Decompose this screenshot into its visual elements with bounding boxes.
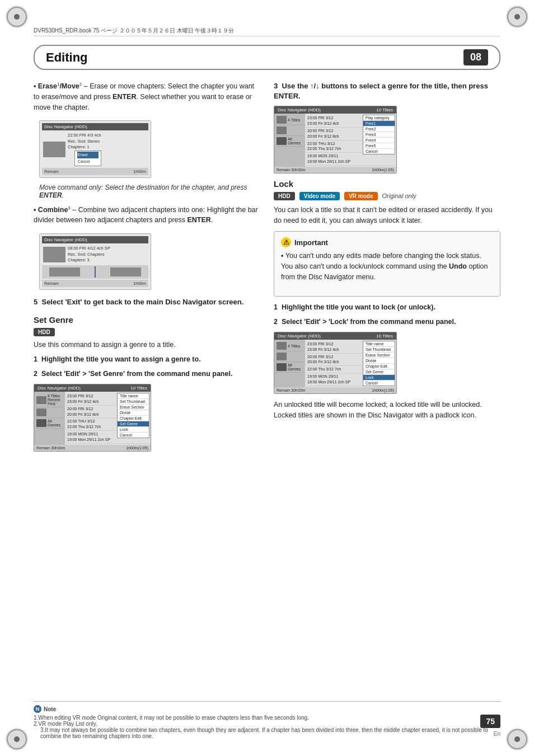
lock-desc: You can lock a title so that it can't be… (274, 205, 500, 226)
ns-main-lock: Title name Set Thumbnail Erase Section D… (305, 340, 396, 387)
ns-genre-item-6: Free5 (363, 143, 395, 149)
ns-sidebar-item-2 (35, 407, 64, 418)
combine-screen: Disc Navigator (HDD) 08:00 FRI 4/12 4ch … (39, 233, 151, 290)
right-column: 3 Use the ↑/↓ buttons to select a genre … (274, 81, 500, 456)
move-enter: ENTER (39, 191, 62, 199)
corner-decoration-tl (6, 6, 28, 28)
main-content: Editing 08 Erase1/Move2 – Erase or move … (34, 45, 500, 711)
top-bar: DVR530HS_RDR.book 75 ページ ２００５年５月２６日 木曜日 … (34, 27, 500, 36)
chapter-header: Editing 08 (34, 45, 500, 70)
ns-sidebar-item-3: All Genres (35, 418, 64, 429)
sm-thumb-2 (43, 247, 65, 262)
top-bar-text: DVR530HS_RDR.book 75 ページ ２００５年５月２６日 木曜日 … (34, 27, 234, 34)
important-bullet: You can't undo any edits made before cha… (281, 251, 493, 282)
combine-item: Combine3 – Combine two adjacent chapters… (34, 205, 260, 226)
ns-menu-item-setgenre: Set Genre (118, 421, 149, 427)
ns-menu-item-lock: Lock (118, 427, 149, 433)
lock-section: Lock HDD Video mode VR mode Original onl… (274, 179, 500, 421)
ns-thumb-l2 (277, 353, 287, 360)
ns-menu-item-divide: Divide (118, 410, 149, 416)
ns-menu-item-thumbnail: Set Thumbnail (118, 399, 149, 405)
ns-sidebar-genre-2 (275, 125, 304, 136)
ns-sidebar-genre-1: 4 Titles (275, 115, 304, 125)
move-italic-end: . (62, 191, 64, 199)
set-genre-step2: 2 Select 'Edit' > 'Set Genre' from the c… (34, 369, 260, 379)
step1-text: Highlight the title you want to assign a… (41, 355, 201, 363)
lock-original-text: Original only (382, 192, 416, 199)
enter-bold: ENTER (113, 93, 136, 101)
two-col-layout: Erase1/Move2 – Erase or move chapters: S… (34, 81, 500, 456)
ns-genre-menu: Play category Free1 Free2 Free3 Free4 Fr… (363, 115, 395, 154)
sm-info-2: 08:00 FRI 4/12 4ch SP Rec. Snd: Chapters… (68, 246, 110, 264)
sm-thumb-1 (43, 142, 65, 157)
lock-step2-num: 2 (274, 318, 282, 326)
lock-video-badge: Video mode (299, 192, 340, 200)
note-label: Note (44, 706, 56, 712)
lock-step1-num: 1 (274, 303, 282, 311)
ns-sidebar-lock-3: All Genres (275, 362, 304, 373)
ns-thumb-g3 (277, 137, 287, 145)
note-1: 1.When editing VR mode Original content,… (34, 715, 500, 721)
ns-header-genre: Disc Navigator (HDD) 10 Titles (274, 106, 396, 114)
ns-thumb-s1 (36, 396, 46, 404)
ns-lock-item-divide: Divide (363, 358, 395, 364)
note-section: N Note 1.When editing VR mode Original c… (34, 701, 500, 739)
ns-main-left: Title name Set Thumbnail Erase Section D… (65, 392, 151, 444)
ns-menu-left: Title name Set Thumbnail Erase Section D… (117, 393, 149, 438)
important-box: ⚠ Important You can't undo any edits mad… (274, 231, 500, 296)
lock-step1-text: Highlight the title you want to lock (or… (282, 303, 435, 311)
important-icon: ⚠ (281, 237, 291, 247)
lock-step2: 2 Select 'Edit' > 'Lock' from the comman… (274, 317, 500, 327)
hdd-badge: HDD (34, 328, 55, 336)
note-title: N Note (34, 705, 500, 713)
ns-header-left-text: Disc Navigator (HDD) (38, 386, 81, 391)
ns-sidebar-lock-2 (275, 351, 304, 362)
ns-genre-item-4: Free3 (363, 132, 395, 138)
ns-genre-item-1: Play category (363, 115, 395, 121)
ns-body-genre: 4 Titles All Genres Play category (274, 114, 396, 166)
ns-thumb-l3 (277, 363, 287, 371)
combine-enter: ENTER (187, 216, 210, 224)
ns-header-left: Disc Navigator (HDD) 10 Titles (34, 384, 151, 392)
ns-footer-left-text: Remain 30h30m (36, 446, 65, 450)
ns-thumb-g1 (277, 116, 287, 124)
lock-hdd-badge: HDD (274, 192, 295, 200)
sm-bottom-1: Remain1h00m (42, 168, 148, 175)
move-italic-note: Move command only: Select the destinatio… (39, 184, 260, 199)
undo-bold: Undo (449, 262, 467, 270)
combine-label: Combine (38, 206, 68, 214)
corner-decoration-tr (506, 6, 528, 28)
note-2: 2.VR mode Play List only. (34, 721, 500, 727)
move-italic-label: Move command only: (39, 184, 103, 191)
ns-menu-item-chapter: Chapter Edit (118, 416, 149, 421)
sm-header-2: Disc Navigator (HDD) (42, 236, 148, 243)
ns-main-genre: Play category Free1 Free2 Free3 Free4 Fr… (305, 114, 396, 166)
ns-footer-genre: Remain 30h30m 1h00m(1:05) (274, 167, 396, 173)
ns-footer-left: Remain 30h30m 1h00m(1:05) (34, 445, 151, 451)
corner-decoration-bl (6, 728, 28, 750)
ns-sidebar-genre: 4 Titles All Genres (274, 114, 305, 166)
step2-text: Select 'Edit' > 'Set Genre' from the com… (41, 370, 233, 378)
step1-num: 1 (34, 355, 41, 363)
ns-thumb-g2 (277, 126, 287, 134)
ns-lock-item-title: Title name (363, 341, 395, 347)
ns-sidebar-left: 4 TitlesRecent First All Genres (34, 392, 65, 444)
ns-menu-item-titlename: Title name (118, 393, 149, 399)
ns-body-left: 4 TitlesRecent First All Genres (34, 392, 151, 444)
ns-sidebar-item-1: 4 TitlesRecent First (35, 393, 64, 407)
erase-label: Erase (38, 82, 57, 90)
ns-lock-menu: Title name Set Thumbnail Erase Section D… (363, 341, 395, 386)
ns-footer-right-text: 1h00m(1:05) (126, 446, 148, 450)
lock-vr-badge: VR mode (344, 192, 377, 200)
step3-num: 3 (274, 82, 278, 90)
set-genre-heading: Set Genre (34, 315, 260, 325)
lock-result: An unlocked title will become locked; a … (274, 400, 500, 421)
ns-thumb-s2 (36, 408, 46, 416)
sm-bottom-2: Remain1h00m (42, 280, 148, 287)
important-label: Important (294, 238, 328, 247)
ns-header-lock: Disc Navigator (HDD) 10 Titles (274, 332, 396, 340)
step3-heading: 3 Use the ↑/↓ buttons to select a genre … (274, 81, 500, 101)
erase-move-screen: Disc Navigator (HDD) 22:00 FRI 4/3 4ch R… (39, 120, 151, 177)
lock-nav-screen: Disc Navigator (HDD) 10 Titles 4 Titles (274, 332, 397, 394)
ns-footer-lock: Remain 30h30m 1h00m(1:05) (274, 387, 396, 393)
